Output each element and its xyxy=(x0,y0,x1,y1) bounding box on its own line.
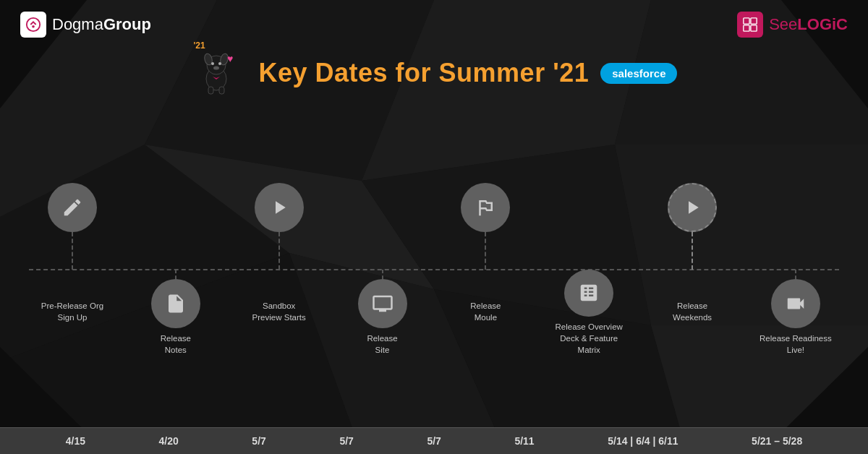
date-7: 5/14 | 6/4 | 6/11 xyxy=(608,435,678,447)
bottom-release-site: ReleaseSite xyxy=(358,270,407,356)
title-area: '21 ♥ Key xyxy=(0,43,868,111)
dash-release-moule xyxy=(485,232,486,270)
mascot: '21 ♥ xyxy=(191,46,242,100)
dogma-logo: DogmaGroup xyxy=(20,12,151,38)
col-release-overview: Release OverviewDeck & FeatureMatrix xyxy=(545,183,632,356)
seelogic-logo-text: SeeLOGiC xyxy=(769,15,848,34)
col-sandbox: SandboxPreview Starts xyxy=(236,183,323,356)
dash-sandbox xyxy=(278,232,280,270)
label-release-readiness: Release ReadinessLive! xyxy=(760,333,832,356)
svg-rect-21 xyxy=(751,25,757,31)
col-release-notes: ReleaseNotes xyxy=(132,183,219,356)
svg-text:♥: ♥ xyxy=(227,53,233,64)
svg-rect-20 xyxy=(744,25,749,31)
svg-rect-18 xyxy=(744,18,749,24)
col-release-readiness: Release ReadinessLive! xyxy=(752,183,839,356)
bottom-release-readiness: Release ReadinessLive! xyxy=(760,270,832,356)
bottom-release-weekends: ReleaseWeekends xyxy=(673,270,712,356)
label-pre-release: Pre-Release OrgSign Up xyxy=(41,300,103,323)
bottom-release-moule: ReleaseMoule xyxy=(470,270,501,356)
top-release-weekends xyxy=(668,183,717,270)
date-3: 5/7 xyxy=(252,435,265,447)
icon-sandbox xyxy=(255,183,304,232)
date-6: 5/11 xyxy=(514,435,534,447)
label-release-site: ReleaseSite xyxy=(367,333,397,356)
header: DogmaGroup SeeLOGiC xyxy=(0,0,868,43)
bottom-pre-release: Pre-Release OrgSign Up xyxy=(41,270,103,356)
icon-pre-release xyxy=(48,183,97,232)
mascot-year: '21 xyxy=(194,40,205,51)
date-5: 5/7 xyxy=(427,435,441,447)
svg-rect-30 xyxy=(219,87,224,94)
timeline-row: Pre-Release OrgSign Up ReleaseNo xyxy=(29,183,839,356)
date-1: 4/15 xyxy=(66,435,85,447)
salesforce-badge: salesforce xyxy=(600,63,677,84)
svg-point-26 xyxy=(211,62,214,65)
dogma-icon xyxy=(20,12,46,38)
svg-point-28 xyxy=(213,67,219,70)
dogma-logo-text: DogmaGroup xyxy=(52,15,151,34)
label-sandbox: SandboxPreview Starts xyxy=(252,300,306,323)
icon-release-notes xyxy=(151,279,200,328)
seelogic-icon xyxy=(737,12,763,38)
dash-release-weekends xyxy=(692,232,693,270)
date-4: 5/7 xyxy=(339,435,353,447)
bottom-release-overview: Release OverviewDeck & FeatureMatrix xyxy=(556,270,623,356)
icon-release-moule xyxy=(461,183,510,232)
top-pre-release xyxy=(48,183,97,270)
label-release-notes: ReleaseNotes xyxy=(161,333,191,356)
date-2: 4/20 xyxy=(159,435,179,447)
dash-release-site xyxy=(382,270,383,280)
date-8: 5/21 – 5/28 xyxy=(752,435,802,447)
seelogic-logo: SeeLOGiC xyxy=(737,12,848,38)
dash-release-notes xyxy=(175,270,176,280)
svg-point-17 xyxy=(32,25,35,28)
svg-rect-19 xyxy=(751,18,757,24)
svg-rect-29 xyxy=(208,87,213,94)
timeline: Pre-Release OrgSign Up ReleaseNo xyxy=(0,111,868,427)
icon-release-readiness xyxy=(771,279,820,328)
label-release-overview: Release OverviewDeck & FeatureMatrix xyxy=(556,321,623,356)
icon-release-weekends xyxy=(668,183,717,232)
main-title: Key Dates for Summer '21 xyxy=(259,58,590,88)
label-release-weekends: ReleaseWeekends xyxy=(673,300,712,323)
icon-release-overview xyxy=(564,270,613,317)
top-release-moule xyxy=(461,183,510,270)
top-sandbox xyxy=(255,183,304,270)
col-pre-release: Pre-Release OrgSign Up xyxy=(29,183,116,356)
date-bar: 4/15 4/20 5/7 5/7 5/7 5/11 5/14 | 6/4 | … xyxy=(0,427,868,454)
dash-pre-release xyxy=(72,232,73,270)
label-release-moule: ReleaseMoule xyxy=(470,300,501,323)
col-release-moule: ReleaseMoule xyxy=(442,183,529,356)
icon-release-site xyxy=(358,279,407,328)
mascot-svg: ♥ xyxy=(191,46,242,97)
dash-release-readiness xyxy=(795,270,796,280)
bottom-sandbox: SandboxPreview Starts xyxy=(252,270,306,356)
col-release-weekends: ReleaseWeekends xyxy=(649,183,736,356)
svg-point-27 xyxy=(218,62,221,65)
svg-point-16 xyxy=(27,18,40,31)
col-release-site: ReleaseSite xyxy=(339,183,426,356)
bottom-release-notes: ReleaseNotes xyxy=(151,270,200,356)
